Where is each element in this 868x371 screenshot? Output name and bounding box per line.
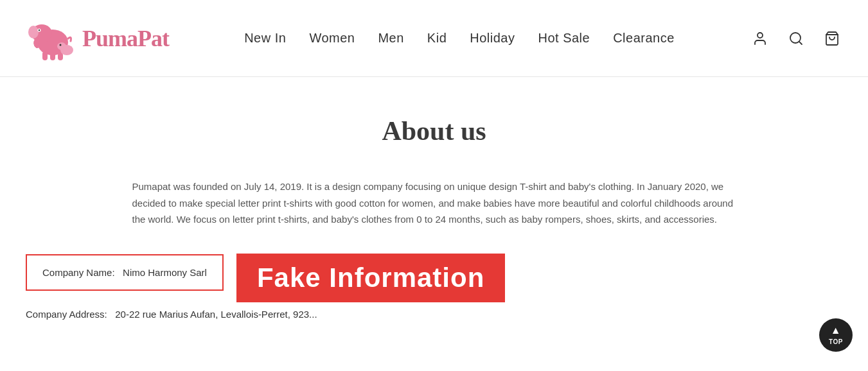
account-icon bbox=[752, 31, 768, 46]
page-title: About us bbox=[26, 116, 842, 146]
back-to-top-label: TOP bbox=[829, 338, 843, 346]
svg-rect-6 bbox=[50, 53, 55, 60]
svg-rect-7 bbox=[58, 53, 63, 60]
account-icon-button[interactable] bbox=[750, 28, 770, 49]
nav-item-women[interactable]: Women bbox=[309, 31, 355, 46]
nav-item-holiday[interactable]: Holiday bbox=[470, 31, 515, 46]
company-name-value: Nimo Harmony Sarl bbox=[123, 267, 207, 278]
nav-item-kid[interactable]: Kid bbox=[427, 31, 447, 46]
svg-point-9 bbox=[57, 42, 66, 50]
company-address: Company Address: 20-22 rue Marius Aufan,… bbox=[26, 309, 842, 320]
site-header: PumaPat New In Women Men Kid Holiday Hot… bbox=[0, 0, 868, 77]
logo-elephant-icon bbox=[26, 13, 77, 64]
main-content: About us Pumapat was founded on July 14,… bbox=[0, 77, 868, 345]
svg-point-10 bbox=[60, 44, 62, 46]
search-icon bbox=[788, 31, 804, 46]
cart-icon bbox=[824, 31, 840, 46]
main-nav: New In Women Men Kid Holiday Hot Sale Cl… bbox=[244, 31, 675, 46]
nav-item-men[interactable]: Men bbox=[378, 31, 403, 46]
company-address-label: Company Address: bbox=[26, 309, 107, 320]
company-name-row: Company Name: Nimo Harmony Sarl Fake Inf… bbox=[26, 254, 842, 302]
nav-item-hot-sale[interactable]: Hot Sale bbox=[538, 31, 590, 46]
logo-link[interactable]: PumaPat bbox=[26, 13, 169, 64]
cart-icon-button[interactable] bbox=[822, 28, 842, 49]
svg-point-2 bbox=[28, 26, 39, 39]
nav-item-new-in[interactable]: New In bbox=[244, 31, 286, 46]
back-to-top-arrow: ▲ bbox=[831, 324, 841, 336]
svg-point-11 bbox=[757, 33, 763, 38]
back-to-top-button[interactable]: ▲ TOP bbox=[819, 318, 853, 352]
logo-text: PumaPat bbox=[82, 25, 169, 52]
company-info-area: Company Name: Nimo Harmony Sarl Fake Inf… bbox=[26, 254, 842, 320]
company-name-box: Company Name: Nimo Harmony Sarl bbox=[26, 254, 224, 291]
svg-point-4 bbox=[39, 29, 40, 30]
search-icon-button[interactable] bbox=[786, 28, 806, 49]
company-address-value: 20-22 rue Marius Aufan, Levallois-Perret… bbox=[115, 309, 317, 320]
svg-line-13 bbox=[799, 41, 802, 44]
header-icons bbox=[750, 28, 842, 49]
about-paragraph: Pumapat was founded on July 14, 2019. It… bbox=[132, 178, 736, 228]
company-name-label: Company Name: bbox=[42, 267, 115, 278]
nav-item-clearance[interactable]: Clearance bbox=[613, 31, 675, 46]
svg-rect-5 bbox=[42, 51, 48, 60]
fake-information-banner: Fake Information bbox=[236, 254, 505, 302]
